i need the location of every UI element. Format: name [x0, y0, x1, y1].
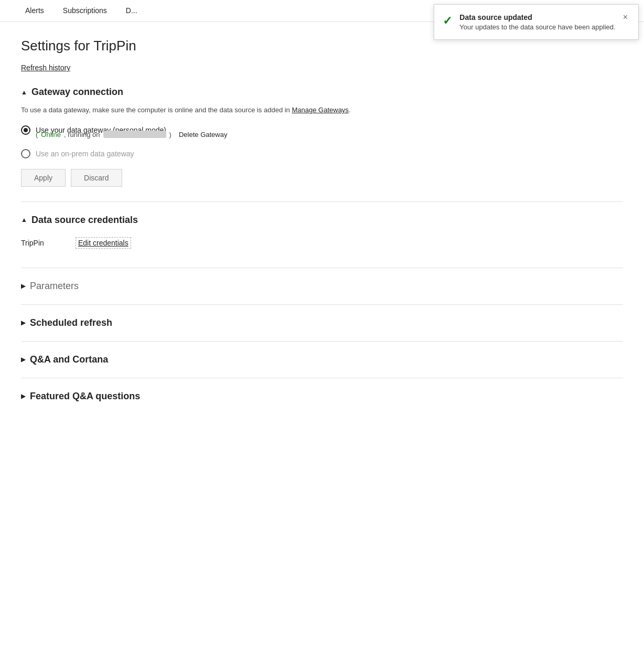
parameters-collapse-arrow — [21, 282, 26, 290]
parameters-section-title: Parameters — [30, 281, 79, 292]
credentials-section: Data source credentials TripPin Edit cre… — [21, 215, 623, 253]
manage-gateways-link[interactable]: Manage Gateways — [292, 106, 348, 114]
main-content: Settings for TripPin Refresh history Gat… — [0, 22, 644, 428]
divider-5 — [21, 378, 623, 378]
edit-credentials-link[interactable]: Edit credentials — [76, 237, 131, 249]
radio-onprem-item[interactable]: Use an on-prem data gateway — [21, 149, 623, 158]
discard-button[interactable]: Discard — [71, 169, 122, 187]
gateway-section-title: Gateway connection — [31, 87, 123, 98]
scheduled-refresh-arrow — [21, 319, 26, 326]
toast-title: Data source updated — [459, 13, 615, 22]
tab-other[interactable]: D... — [116, 0, 147, 22]
gateway-collapse-arrow — [21, 89, 27, 96]
gateway-paren-close: ) — [169, 131, 171, 139]
radio-onprem-label: Use an on-prem data gateway — [36, 150, 134, 158]
gateway-desc-text-start: To use a data gateway, make sure the com… — [21, 106, 292, 114]
parameters-section-header[interactable]: Parameters — [21, 281, 623, 292]
featured-qa-header[interactable]: Featured Q&A questions — [21, 391, 623, 402]
gateway-section-header[interactable]: Gateway connection — [21, 87, 623, 98]
divider-4 — [21, 341, 623, 342]
credentials-section-header[interactable]: Data source credentials — [21, 215, 623, 226]
gateway-running-on: , running on — [64, 131, 100, 139]
credentials-section-title: Data source credentials — [31, 215, 138, 226]
scheduled-refresh-section: Scheduled refresh — [21, 317, 623, 328]
scheduled-refresh-header[interactable]: Scheduled refresh — [21, 317, 623, 328]
gateway-online-status: ( — [36, 131, 38, 139]
qa-cortana-arrow — [21, 356, 26, 363]
refresh-history-link[interactable]: Refresh history — [21, 63, 70, 72]
scheduled-refresh-title: Scheduled refresh — [30, 317, 112, 328]
qa-cortana-header[interactable]: Q&A and Cortana — [21, 354, 623, 365]
toast-message: Your updates to the data source have bee… — [459, 23, 615, 31]
divider-2 — [21, 268, 623, 268]
parameters-section: Parameters — [21, 281, 623, 292]
credentials-name: TripPin — [21, 239, 63, 247]
tab-subscriptions[interactable]: Subscriptions — [53, 0, 116, 22]
radio-personal-input[interactable] — [21, 125, 30, 135]
featured-qa-title: Featured Q&A questions — [30, 391, 140, 402]
credentials-collapse-arrow — [21, 216, 27, 223]
toast-check-icon: ✓ — [443, 14, 452, 28]
page-title: Settings for TripPin — [21, 38, 623, 54]
delete-gateway-link[interactable]: Delete Gateway — [179, 131, 228, 139]
gateway-desc-text-end: . — [349, 106, 351, 114]
featured-qa-section: Featured Q&A questions — [21, 391, 623, 402]
qa-cortana-section: Q&A and Cortana — [21, 354, 623, 365]
toast-content: Data source updated Your updates to the … — [459, 13, 615, 31]
featured-qa-arrow — [21, 392, 26, 400]
gateway-radio-group: Use your data gateway (personal mode) (O… — [21, 125, 623, 158]
apply-button[interactable]: Apply — [21, 169, 66, 187]
divider-3 — [21, 304, 623, 305]
gateway-description: To use a data gateway, make sure the com… — [21, 105, 493, 116]
gateway-online-label: Online — [41, 131, 61, 139]
gateway-button-group: Apply Discard — [21, 169, 623, 187]
toast-notification: ✓ Data source updated Your updates to th… — [434, 4, 639, 40]
toast-close-button[interactable]: × — [623, 13, 628, 22]
qa-cortana-title: Q&A and Cortana — [30, 354, 108, 365]
gateway-hostname — [103, 131, 166, 138]
gateway-status: (Online, running on ) Delete Gateway — [36, 131, 623, 139]
gateway-section: Gateway connection To use a data gateway… — [21, 87, 623, 187]
tab-alerts[interactable]: Alerts — [16, 0, 53, 22]
credentials-row: TripPin Edit credentials — [21, 233, 623, 253]
radio-personal: Use your data gateway (personal mode) (O… — [21, 125, 623, 142]
divider-1 — [21, 201, 623, 202]
radio-onprem-input[interactable] — [21, 149, 30, 158]
